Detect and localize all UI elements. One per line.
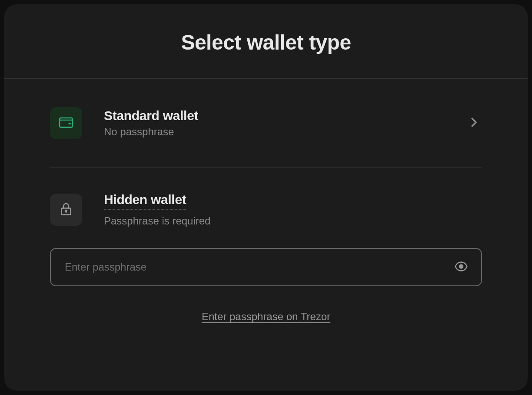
hidden-wallet-subtitle: Passphrase is required	[104, 215, 482, 227]
wallet-icon-box	[50, 107, 82, 139]
eye-icon	[454, 260, 468, 275]
passphrase-input-wrapper	[50, 248, 482, 286]
passphrase-input[interactable]	[50, 248, 482, 286]
standard-wallet-title: Standard wallet	[104, 108, 467, 123]
toggle-visibility-button[interactable]	[452, 257, 471, 278]
dialog-content: Standard wallet No passphrase	[4, 79, 528, 347]
hidden-wallet-title: Hidden wallet	[104, 192, 186, 210]
svg-rect-0	[60, 118, 73, 127]
standard-wallet-subtitle: No passphrase	[104, 126, 467, 138]
lock-icon-box	[50, 194, 82, 226]
hidden-wallet-option[interactable]: Hidden wallet Passphrase is required	[50, 168, 482, 244]
wallet-icon	[57, 114, 75, 133]
enter-on-device-link[interactable]: Enter passphrase on Trezor	[202, 311, 330, 322]
hidden-wallet-text: Hidden wallet Passphrase is required	[82, 192, 482, 227]
dialog-header: Select wallet type	[4, 4, 528, 79]
lock-icon	[58, 201, 74, 218]
chevron-right-icon	[467, 116, 480, 131]
standard-wallet-text: Standard wallet No passphrase	[82, 108, 467, 138]
wallet-type-dialog: Select wallet type Standard wallet No pa…	[4, 4, 528, 391]
device-link-row: Enter passphrase on Trezor	[50, 286, 482, 347]
standard-wallet-option[interactable]: Standard wallet No passphrase	[50, 79, 482, 167]
dialog-title: Select wallet type	[22, 30, 510, 54]
svg-point-3	[459, 265, 463, 268]
